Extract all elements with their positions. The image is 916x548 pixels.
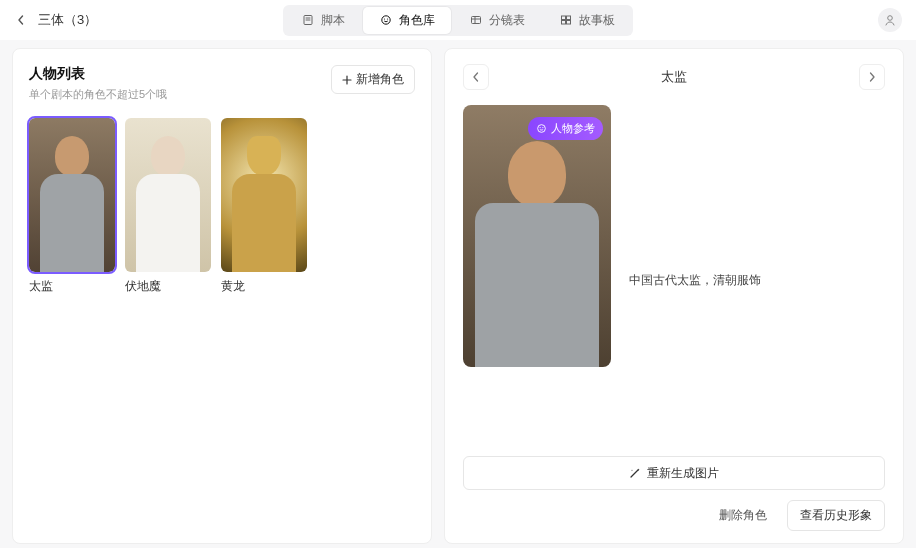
- character-card[interactable]: 太监: [29, 118, 115, 295]
- reference-badge-label: 人物参考: [551, 121, 595, 136]
- delete-character-button[interactable]: 删除角色: [709, 500, 777, 531]
- storyboard-icon: [559, 13, 573, 27]
- reference-badge[interactable]: 人物参考: [528, 117, 603, 140]
- svg-point-12: [542, 127, 543, 128]
- svg-rect-7: [562, 21, 566, 25]
- svg-rect-4: [472, 17, 481, 24]
- svg-point-9: [888, 16, 893, 21]
- svg-point-1: [382, 16, 390, 24]
- detail-header: 太监: [463, 63, 885, 91]
- character-name: 黄龙: [221, 278, 307, 295]
- character-thumb: [221, 118, 307, 272]
- svg-rect-5: [562, 16, 566, 20]
- delete-label: 删除角色: [719, 508, 767, 522]
- tab-script[interactable]: 脚本: [285, 7, 361, 34]
- character-card[interactable]: 伏地魔: [125, 118, 211, 295]
- top-tabs: 脚本 角色库 分镜表 故事板: [283, 5, 633, 36]
- next-character-button[interactable]: [859, 64, 885, 90]
- prev-character-button[interactable]: [463, 64, 489, 90]
- character-list-title: 人物列表: [29, 65, 167, 83]
- add-character-button[interactable]: 新增角色: [331, 65, 415, 94]
- character-thumb: [29, 118, 115, 272]
- project-title: 三体（3）: [38, 11, 97, 29]
- svg-rect-6: [567, 16, 571, 20]
- face-icon: [379, 13, 393, 27]
- user-avatar[interactable]: [878, 8, 902, 32]
- svg-rect-8: [567, 21, 571, 25]
- svg-point-10: [538, 125, 546, 133]
- add-character-label: 新增角色: [356, 71, 404, 88]
- tab-label: 脚本: [321, 12, 345, 29]
- regenerate-image-button[interactable]: 重新生成图片: [463, 456, 885, 490]
- character-name: 伏地魔: [125, 278, 211, 295]
- character-image: 人物参考: [463, 105, 611, 367]
- detail-body: 人物参考 中国古代太监，清朝服饰: [463, 105, 885, 456]
- workspace: 人物列表 单个剧本的角色不超过5个哦 新增角色 太监 伏: [0, 40, 916, 548]
- character-list-panel: 人物列表 单个剧本的角色不超过5个哦 新增角色 太监 伏: [12, 48, 432, 544]
- character-name: 太监: [29, 278, 115, 295]
- character-thumb: [125, 118, 211, 272]
- tab-label: 分镜表: [489, 12, 525, 29]
- tab-storyboard[interactable]: 故事板: [543, 7, 631, 34]
- character-detail-panel: 太监 人物参考 中国古代太监，清朝服饰 重新生成图片: [444, 48, 904, 544]
- regenerate-label: 重新生成图片: [647, 465, 719, 482]
- tab-shotlist[interactable]: 分镜表: [453, 7, 541, 34]
- top-bar: 三体（3） 脚本 角色库 分镜表 故事板: [0, 0, 916, 40]
- tab-label: 故事板: [579, 12, 615, 29]
- wand-icon: [629, 467, 641, 479]
- svg-point-2: [384, 18, 385, 19]
- history-label: 查看历史形象: [800, 508, 872, 522]
- svg-point-3: [387, 18, 388, 19]
- script-icon: [301, 13, 315, 27]
- tab-label: 角色库: [399, 12, 435, 29]
- detail-title: 太监: [489, 68, 859, 86]
- face-icon: [536, 123, 547, 134]
- character-description: 中国古代太监，清朝服饰: [629, 272, 761, 289]
- svg-point-11: [540, 127, 541, 128]
- character-cards: 太监 伏地魔 黄龙: [29, 118, 415, 295]
- shotlist-icon: [469, 13, 483, 27]
- character-card[interactable]: 黄龙: [221, 118, 307, 295]
- tab-characters[interactable]: 角色库: [363, 7, 451, 34]
- detail-footer-actions: 删除角色 查看历史形象: [463, 500, 885, 531]
- character-list-subtitle: 单个剧本的角色不超过5个哦: [29, 87, 167, 102]
- plus-icon: [342, 75, 352, 85]
- view-history-button[interactable]: 查看历史形象: [787, 500, 885, 531]
- back-button[interactable]: [12, 11, 30, 29]
